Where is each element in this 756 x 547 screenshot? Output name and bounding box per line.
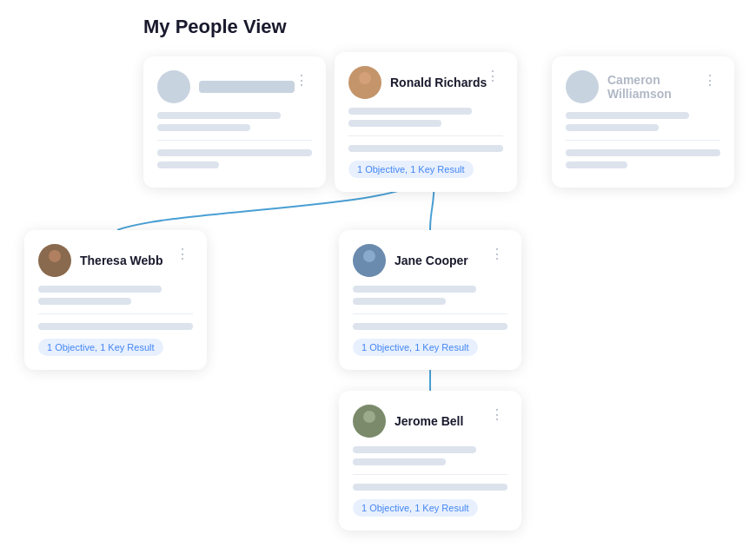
page-title: My People View — [143, 16, 287, 38]
cody-name-placeholder — [199, 81, 295, 93]
cameron-menu-dots[interactable]: ⋮ — [700, 70, 720, 90]
svg-point-2 — [355, 85, 375, 99]
theresa-divider — [38, 313, 193, 314]
jane-menu-dots[interactable]: ⋮ — [487, 244, 507, 264]
svg-point-8 — [360, 424, 379, 438]
jane-bar-2 — [353, 298, 446, 305]
ronald-bar-3 — [348, 145, 503, 152]
ronald-divider — [348, 135, 503, 136]
avatar-ronald — [348, 66, 381, 99]
theresa-badge: 1 Objective, 1 Key Result — [38, 339, 163, 356]
jerome-badge: 1 Objective, 1 Key Result — [353, 499, 478, 517]
cameron-bar-2 — [566, 124, 659, 131]
svg-point-1 — [359, 72, 371, 84]
ronald-bar-2 — [348, 120, 441, 127]
avatar-jane — [353, 244, 386, 277]
jerome-bar-3 — [353, 484, 507, 491]
cameron-divider — [566, 140, 720, 141]
avatar-jerome — [353, 405, 386, 438]
card-cameron: Cameron Williamson ⋮ — [552, 56, 734, 188]
jane-badge: 1 Objective, 1 Key Result — [353, 339, 478, 356]
avatar-theresa — [38, 244, 71, 277]
card-cody: ⋮ — [143, 56, 326, 188]
theresa-bar-1 — [38, 286, 162, 293]
card-jerome: Jerome Bell ⋮ 1 Objective, 1 Key Result — [339, 391, 521, 531]
svg-point-7 — [363, 411, 375, 423]
card-theresa: Theresa Webb ⋮ 1 Objective, 1 Key Result — [24, 230, 207, 370]
card-ronald: Ronald Richards ⋮ 1 Objective, 1 Key Res… — [335, 52, 517, 192]
theresa-menu-dots[interactable]: ⋮ — [172, 244, 193, 264]
svg-point-3 — [49, 250, 61, 262]
jane-divider — [353, 313, 507, 314]
jerome-bar-2 — [353, 458, 446, 465]
jane-bar-3 — [353, 323, 507, 330]
avatar-cody — [157, 70, 190, 103]
ronald-menu-dots[interactable]: ⋮ — [482, 66, 503, 86]
card-jane: Jane Cooper ⋮ 1 Objective, 1 Key Result — [339, 230, 521, 370]
cody-bar-2 — [157, 124, 250, 131]
cody-bar-4 — [157, 161, 219, 168]
cameron-bar-3 — [566, 149, 720, 156]
cody-bar-1 — [157, 112, 281, 119]
ronald-bar-1 — [348, 108, 472, 115]
jerome-bar-1 — [353, 446, 476, 453]
jane-bar-1 — [353, 286, 476, 293]
cody-bar-3 — [157, 149, 312, 156]
cody-menu-dots[interactable]: ⋮ — [291, 70, 312, 90]
svg-point-4 — [45, 263, 64, 277]
avatar-cameron — [566, 70, 599, 103]
ronald-badge: 1 Objective, 1 Key Result — [348, 161, 474, 178]
cody-divider — [157, 140, 312, 141]
cameron-bar-1 — [566, 112, 689, 119]
svg-point-6 — [360, 263, 379, 277]
theresa-bar-2 — [38, 298, 131, 305]
theresa-bar-3 — [38, 323, 193, 330]
jerome-menu-dots[interactable]: ⋮ — [487, 405, 507, 425]
jerome-divider — [353, 474, 507, 475]
svg-point-5 — [363, 250, 375, 262]
cameron-bar-4 — [566, 161, 627, 168]
